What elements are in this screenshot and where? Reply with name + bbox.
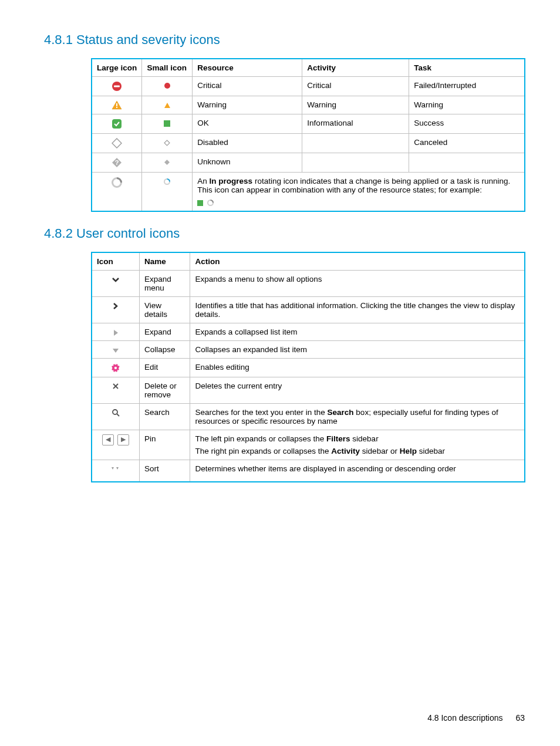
col-action: Action: [190, 252, 525, 271]
cell: Collapse: [139, 341, 190, 359]
user-control-icons-table: Icon Name Action Expand menu Expands a m…: [91, 252, 525, 482]
table-header-row: Large icon Small icon Resource Activity …: [92, 59, 525, 77]
triangle-down-icon: [92, 341, 139, 359]
table-row: Critical Critical Failed/Interrupted: [92, 77, 525, 96]
ok-small-icon: [142, 114, 193, 134]
svg-marker-25: [116, 467, 119, 470]
table-row: View details Identifies a title that has…: [92, 297, 525, 323]
svg-text:?: ?: [115, 159, 119, 166]
unknown-small-icon: [142, 153, 193, 173]
triangle-right-icon: [92, 323, 139, 341]
table-row: ? Unknown: [92, 153, 525, 173]
section-heading-481: 4.8.1 Status and severity icons: [44, 32, 525, 48]
page-footer: 4.8 Icon descriptions 63: [427, 713, 525, 723]
table-row: ◀ ▶ Pin The left pin expands or collapse…: [92, 430, 525, 460]
svg-rect-5: [116, 107, 117, 108]
section-number: 4.8.1: [44, 32, 73, 47]
cell: Determines whether items are displayed i…: [190, 460, 525, 482]
cell: Critical: [302, 77, 409, 96]
table-row: OK Informational Success: [92, 114, 525, 134]
svg-rect-7: [112, 119, 122, 129]
cell: Success: [409, 114, 525, 134]
cell: Enables editing: [190, 359, 525, 377]
cell: Edit: [139, 359, 190, 377]
gear-icon: [92, 359, 139, 377]
warning-large-icon: [92, 96, 142, 114]
svg-rect-1: [114, 86, 120, 87]
critical-small-icon: [142, 77, 193, 96]
progress-description: An In progress rotating icon indicates t…: [193, 173, 525, 212]
svg-marker-9: [112, 139, 122, 148]
table-row: Collapse Collapses an expanded list item: [92, 341, 525, 359]
table-row: Delete or remove Deletes the current ent…: [92, 377, 525, 403]
progress-large-icon: [92, 173, 142, 212]
section-title: User control icons: [76, 226, 180, 241]
svg-rect-16: [197, 200, 203, 206]
text: An: [197, 177, 209, 185]
cell: Sort: [139, 460, 190, 482]
cell: Expands a menu to show all options: [190, 271, 525, 297]
table-row: Expand Expands a collapsed list item: [92, 323, 525, 341]
search-icon: [92, 403, 139, 430]
text-bold: In progress: [210, 177, 253, 185]
chevron-right-bold-icon: [92, 297, 139, 323]
table-row: Warning Warning Warning: [92, 96, 525, 114]
cell: Identifies a title that has additional i…: [190, 297, 525, 323]
progress-example-icon: [197, 198, 519, 207]
cell: Search: [139, 403, 190, 430]
svg-marker-6: [164, 103, 170, 108]
svg-marker-10: [164, 140, 170, 146]
col-task: Task: [409, 59, 525, 77]
cell: Critical: [193, 77, 302, 96]
svg-point-2: [164, 83, 170, 89]
svg-rect-4: [116, 103, 117, 106]
cell: Deletes the current entry: [190, 377, 525, 403]
critical-large-icon: [92, 77, 142, 96]
footer-section: 4.8 Icon descriptions: [427, 713, 502, 723]
status-icons-table: Large icon Small icon Resource Activity …: [91, 58, 525, 212]
cell: Informational: [302, 114, 409, 134]
cell: OK: [193, 114, 302, 134]
col-activity: Activity: [302, 59, 409, 77]
svg-marker-18: [114, 330, 118, 336]
svg-marker-24: [112, 467, 114, 470]
cell: Failed/Interrupted: [409, 77, 525, 96]
cell: Pin: [139, 430, 190, 460]
disabled-small-icon: [142, 134, 193, 153]
warning-small-icon: [142, 96, 193, 114]
pin-icon: ◀ ▶: [92, 430, 139, 460]
cell: [302, 153, 409, 173]
cell: Expands a collapsed list item: [190, 323, 525, 341]
cell: Disabled: [193, 134, 302, 153]
table-header-row: Icon Name Action: [92, 252, 525, 271]
section-title: Status and severity icons: [76, 32, 220, 47]
cell: Warning: [193, 96, 302, 114]
cell: [409, 153, 525, 173]
cell: Warning: [302, 96, 409, 114]
table-row: An In progress rotating icon indicates t…: [92, 173, 525, 212]
table-row: Disabled Canceled: [92, 134, 525, 153]
close-x-icon: [92, 377, 139, 403]
table-row: Edit Enables editing: [92, 359, 525, 377]
cell: [302, 134, 409, 153]
cell: Delete or remove: [139, 377, 190, 403]
unknown-large-icon: ?: [92, 153, 142, 173]
cell: Canceled: [409, 134, 525, 153]
cell: Expand: [139, 323, 190, 341]
col-large-icon: Large icon: [92, 59, 142, 77]
cell: Warning: [409, 96, 525, 114]
col-small-icon: Small icon: [142, 59, 193, 77]
chevron-down-icon: [92, 271, 139, 297]
col-icon: Icon: [92, 252, 139, 271]
table-row: Search Searches for the text you enter i…: [92, 403, 525, 430]
sort-icon: [92, 460, 139, 482]
disabled-large-icon: [92, 134, 142, 153]
svg-rect-8: [164, 120, 170, 127]
cell: Collapses an expanded list item: [190, 341, 525, 359]
section-number: 4.8.2: [44, 226, 73, 241]
section-heading-482: 4.8.2 User control icons: [44, 226, 525, 241]
cell: Unknown: [193, 153, 302, 173]
svg-line-23: [117, 414, 119, 416]
svg-point-22: [113, 410, 117, 414]
svg-marker-19: [113, 349, 119, 353]
